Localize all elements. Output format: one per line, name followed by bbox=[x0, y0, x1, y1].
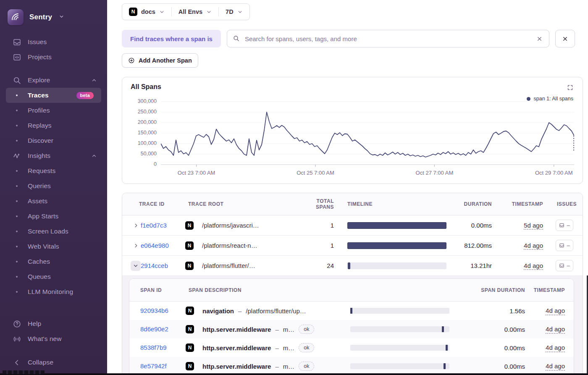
span-id-link[interactable]: 920934b6 bbox=[140, 307, 168, 314]
separator: – bbox=[275, 344, 278, 351]
search-input[interactable] bbox=[227, 30, 549, 47]
date-range-selector-label: 7D bbox=[226, 8, 234, 15]
sidebar-item-profiles[interactable]: Profiles bbox=[6, 103, 101, 118]
span-timeline-tick[interactable] bbox=[350, 308, 352, 314]
remove-span-row-button[interactable] bbox=[555, 30, 575, 47]
span-id-link[interactable]: 8e57942f bbox=[140, 362, 167, 370]
timestamp-link[interactable]: 4d ago bbox=[546, 325, 565, 333]
sidebar-item-app-starts[interactable]: App Starts bbox=[6, 209, 101, 224]
project-cell: N bbox=[186, 325, 202, 333]
issues-count-empty: – bbox=[567, 223, 570, 228]
span-table-header: Span IDSpan DescriptionSpan DurationTime… bbox=[129, 279, 574, 302]
timestamp-link[interactable]: 4d ago bbox=[546, 307, 565, 314]
column-header: Span Description bbox=[186, 287, 350, 293]
screen-bottom-edge bbox=[0, 373, 588, 375]
collapse-row-button[interactable] bbox=[131, 261, 141, 271]
timeline-bar[interactable] bbox=[347, 222, 446, 229]
find-traces-label: Find traces where a span is bbox=[122, 30, 221, 47]
sidebar-item-traces[interactable]: Tracesbeta bbox=[6, 88, 101, 103]
environment-selector[interactable]: All Envs bbox=[172, 4, 218, 20]
add-another-span-button[interactable]: Add Another Span bbox=[122, 53, 198, 68]
sidebar-item-caches[interactable]: Caches bbox=[6, 254, 101, 269]
sidebar-item-llm-monitoring[interactable]: LLM Monitoring bbox=[6, 284, 101, 299]
issues-button[interactable]: – bbox=[556, 220, 573, 231]
column-header: Issues bbox=[543, 201, 583, 207]
timestamp-link[interactable]: 4d ago bbox=[546, 362, 565, 370]
bullet-icon bbox=[12, 200, 22, 202]
sidebar-item-issues[interactable]: Issues bbox=[6, 34, 101, 50]
span-id-cell: 8d6e90e2 bbox=[129, 325, 186, 333]
span-status-badge: ok bbox=[299, 325, 314, 334]
trace-id-link[interactable]: e064e980 bbox=[141, 242, 169, 249]
issues-button[interactable]: – bbox=[556, 240, 573, 251]
project-selector[interactable]: N docs bbox=[122, 4, 171, 20]
timestamp-cell: 4d ago bbox=[492, 242, 543, 249]
timestamp-link[interactable]: 4d ago bbox=[524, 242, 543, 249]
sidebar-item-assets[interactable]: Assets bbox=[6, 194, 101, 209]
sidebar-collapse-button[interactable]: Collapse bbox=[6, 355, 101, 370]
sidebar-item-screen-loads[interactable]: Screen Loads bbox=[6, 224, 101, 239]
fullscreen-icon[interactable] bbox=[566, 84, 574, 92]
timeline-track bbox=[347, 222, 446, 229]
span-id-link[interactable]: 8d6e90e2 bbox=[140, 325, 168, 333]
sidebar-item-queues[interactable]: Queues bbox=[6, 269, 101, 284]
column-header: Duration bbox=[448, 201, 492, 207]
span-description-text: m… bbox=[283, 326, 295, 333]
timeline-cell bbox=[350, 345, 449, 351]
column-header: Timeline bbox=[346, 201, 448, 207]
table-row: e064e980N/platforms/react-n…1812.00ms4d … bbox=[122, 236, 583, 256]
sidebar-item-explore[interactable]: Explore bbox=[6, 73, 101, 88]
org-switcher[interactable]: Sentry bbox=[6, 6, 101, 28]
sidebar-item-discover[interactable]: Discover bbox=[6, 133, 101, 148]
all-spans-chart-card: All Spans span 1: All spans 050,000100,0… bbox=[122, 77, 583, 184]
sidebar-item-insights[interactable]: Insights bbox=[6, 148, 101, 163]
x-tick-label: Oct 23 7:00 AM bbox=[178, 170, 215, 176]
projects-icon bbox=[12, 52, 22, 62]
span-timeline-tick[interactable] bbox=[442, 326, 444, 332]
trace-id-link[interactable]: f1e0d7c3 bbox=[141, 222, 167, 229]
clear-search-icon[interactable] bbox=[535, 34, 544, 43]
timestamp-link[interactable]: 5d ago bbox=[524, 222, 543, 229]
date-range-selector[interactable]: 7D bbox=[219, 4, 249, 20]
issues-cell: – bbox=[543, 260, 583, 271]
sidebar-item-queries[interactable]: Queries bbox=[6, 178, 101, 194]
nextjs-icon: N bbox=[186, 344, 194, 352]
sidebar-item-what-s-new[interactable]: What's new bbox=[6, 331, 101, 346]
sidebar-item-requests[interactable]: Requests bbox=[6, 163, 101, 178]
span-id-link[interactable]: 8538f7b9 bbox=[140, 344, 167, 351]
span-timeline-tick[interactable] bbox=[446, 345, 448, 351]
timeline-bar[interactable] bbox=[348, 262, 350, 269]
expand-row-button[interactable] bbox=[133, 223, 139, 228]
add-another-span-label: Add Another Span bbox=[139, 57, 192, 64]
expand-row-button[interactable] bbox=[133, 243, 139, 249]
timeline-cell bbox=[346, 242, 448, 249]
timeline-bar[interactable] bbox=[347, 242, 446, 249]
span-timeline-tick[interactable] bbox=[444, 363, 446, 369]
span-search bbox=[227, 30, 549, 47]
issues-button[interactable]: – bbox=[556, 260, 573, 271]
timeline-cell bbox=[350, 326, 449, 332]
bullet-icon bbox=[12, 246, 22, 247]
sidebar-item-web-vitals[interactable]: Web Vitals bbox=[6, 239, 101, 254]
all-spans-line-chart[interactable] bbox=[161, 97, 574, 169]
sidebar-item-label: Insights bbox=[28, 152, 50, 160]
timestamp-link[interactable]: 4d ago bbox=[546, 344, 565, 351]
main-content: N docs All Envs 7D Find traces where a s… bbox=[107, 0, 588, 375]
trace-root-text: /platforms/javascri… bbox=[202, 222, 259, 229]
sidebar-item-replays[interactable]: Replays bbox=[6, 118, 101, 133]
add-span-row: Add Another Span bbox=[122, 53, 583, 68]
project-cell: N bbox=[185, 262, 202, 270]
sidebar-item-projects[interactable]: Projects bbox=[6, 50, 101, 65]
issues-count-empty: – bbox=[567, 243, 570, 248]
nextjs-icon: N bbox=[129, 8, 137, 16]
span-description-cell: http.server.middleware–m…ok bbox=[202, 362, 344, 371]
timestamp-link[interactable]: 4d ago bbox=[524, 262, 543, 269]
trace-id-link[interactable]: 2914cceb bbox=[141, 262, 168, 269]
sidebar-item-help[interactable]: Help bbox=[6, 316, 101, 331]
separator: – bbox=[238, 307, 242, 315]
project-cell: N bbox=[185, 221, 202, 230]
bullet-icon bbox=[12, 291, 22, 293]
bullet-icon bbox=[12, 125, 22, 126]
span-duration-cell: 0.00ms bbox=[449, 363, 525, 370]
column-header: Span Duration bbox=[449, 287, 525, 293]
